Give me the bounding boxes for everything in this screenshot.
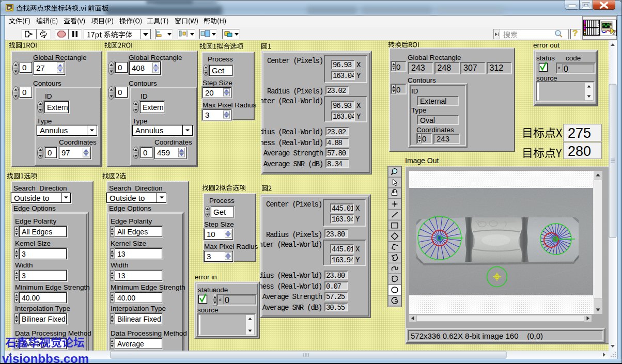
svg-text:2: 2 [612, 29, 616, 37]
